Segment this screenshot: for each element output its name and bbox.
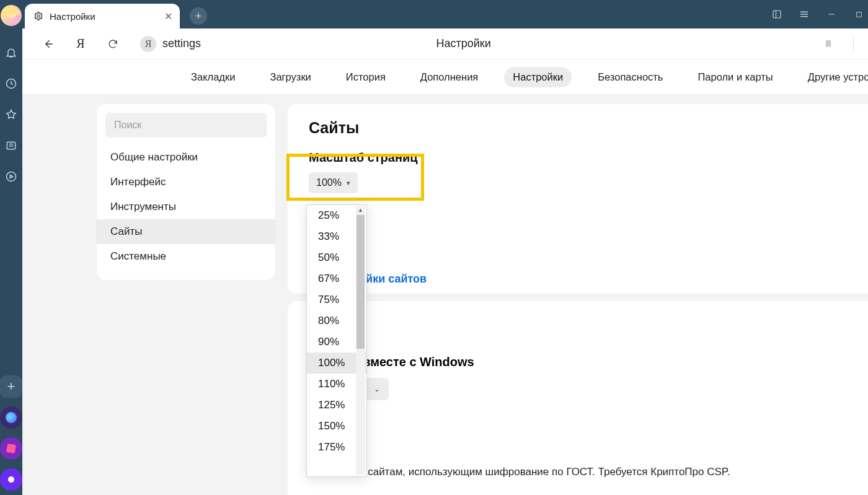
other-heading: ые	[309, 316, 859, 334]
chevron-down-icon: ▾	[347, 179, 350, 187]
page-title: Настройки	[436, 37, 490, 50]
settings-content: Общие настройки Интерфейс Инструменты Са…	[22, 94, 868, 495]
scroll-up-icon[interactable]: ▲	[358, 207, 363, 213]
nav-tab-bookmarks[interactable]: Закладки	[182, 67, 244, 87]
reload-icon[interactable]	[103, 34, 123, 54]
tab-title: Настройки	[50, 11, 95, 22]
sidebar-item-system[interactable]: Системные	[97, 244, 275, 269]
gost-text: чаться к сайтам, использующим шифрование…	[325, 466, 730, 478]
address-url[interactable]: settings	[162, 37, 201, 50]
zoom-dropdown-list: 25% 33% 50% 67% 75% 80% 90% 100% 110% 12…	[306, 204, 367, 477]
nav-tab-downloads[interactable]: Загрузки	[261, 67, 319, 87]
sites-heading: Сайты	[309, 119, 859, 137]
dropdown-scrollbar[interactable]: ▲	[356, 206, 365, 475]
svg-rect-1	[7, 142, 15, 149]
sidebar-item-tools[interactable]: Инструменты	[97, 195, 275, 219]
address-bar: Я Я settings Настройки	[22, 28, 868, 59]
settings-sidebar: Общие настройки Интерфейс Инструменты Са…	[97, 104, 275, 280]
browser-tab[interactable]: Настройки ✕	[25, 4, 180, 28]
nav-tab-passwords[interactable]: Пароли и карты	[689, 67, 781, 87]
settings-nav-tabs: Закладки Загрузки История Дополнения Нас…	[22, 59, 868, 94]
sidebar-item-general[interactable]: Общие настройки	[97, 145, 275, 170]
settings-search	[105, 113, 267, 138]
autostart-heading: Браузер вместе с Windows	[309, 355, 859, 369]
separator	[853, 37, 854, 51]
chevron-down-icon: ⌄	[374, 385, 380, 393]
notifications-icon[interactable]	[0, 42, 22, 64]
bookmark-icon[interactable]	[818, 34, 838, 54]
window-controls	[763, 0, 868, 28]
window-maximize-icon[interactable]	[845, 0, 868, 28]
media-icon[interactable]	[0, 165, 22, 188]
sidebar-add-button[interactable]: +	[0, 375, 22, 398]
sidebar-item-sites[interactable]: Сайты	[97, 219, 275, 244]
sidebar-app-1[interactable]	[0, 406, 22, 429]
alice-assistant-button[interactable]	[0, 468, 22, 491]
svg-point-3	[37, 15, 40, 17]
history-icon[interactable]	[0, 72, 22, 95]
window-minimize-icon[interactable]	[818, 0, 845, 28]
favorites-icon[interactable]	[0, 103, 22, 126]
svg-rect-4	[773, 11, 781, 18]
profile-avatar[interactable]	[1, 5, 22, 26]
nav-tab-security[interactable]: Безопасность	[589, 67, 671, 87]
nav-tab-settings[interactable]: Настройки	[504, 67, 572, 87]
tab-strip: Настройки ✕ +	[22, 0, 868, 28]
nav-tab-addons[interactable]: Дополнения	[412, 67, 487, 87]
sidebar-app-2[interactable]	[0, 437, 22, 460]
svg-point-2	[7, 172, 16, 182]
zoom-select[interactable]: 100% ▾	[309, 172, 358, 193]
svg-rect-5	[856, 12, 861, 17]
site-identity-icon[interactable]: Я	[140, 36, 156, 52]
sidebar-item-interface[interactable]: Интерфейс	[97, 170, 275, 195]
app-sidebar: +	[0, 0, 22, 495]
new-tab-button[interactable]: +	[190, 7, 207, 25]
home-yandex-icon[interactable]: Я	[71, 34, 91, 54]
tab-close-icon[interactable]: ✕	[164, 11, 172, 22]
sites-section: Сайты Масштаб страниц 100% ▾ сайтов ые н…	[288, 104, 868, 294]
back-icon[interactable]	[38, 34, 58, 54]
zoom-select-value: 100%	[316, 177, 342, 188]
scrollbar-thumb[interactable]	[356, 215, 365, 349]
collections-icon[interactable]	[0, 134, 22, 157]
other-section: ые Браузер вместе с Windows placeholder …	[288, 301, 868, 495]
gear-icon	[33, 11, 43, 21]
sidebar-toggle-icon[interactable]	[763, 0, 790, 28]
zoom-heading: Масштаб страниц	[309, 151, 859, 165]
nav-tab-history[interactable]: История	[337, 67, 394, 87]
nav-tab-devices[interactable]: Другие устройства	[799, 67, 868, 87]
search-input[interactable]	[105, 113, 267, 138]
menu-icon[interactable]	[790, 0, 818, 28]
